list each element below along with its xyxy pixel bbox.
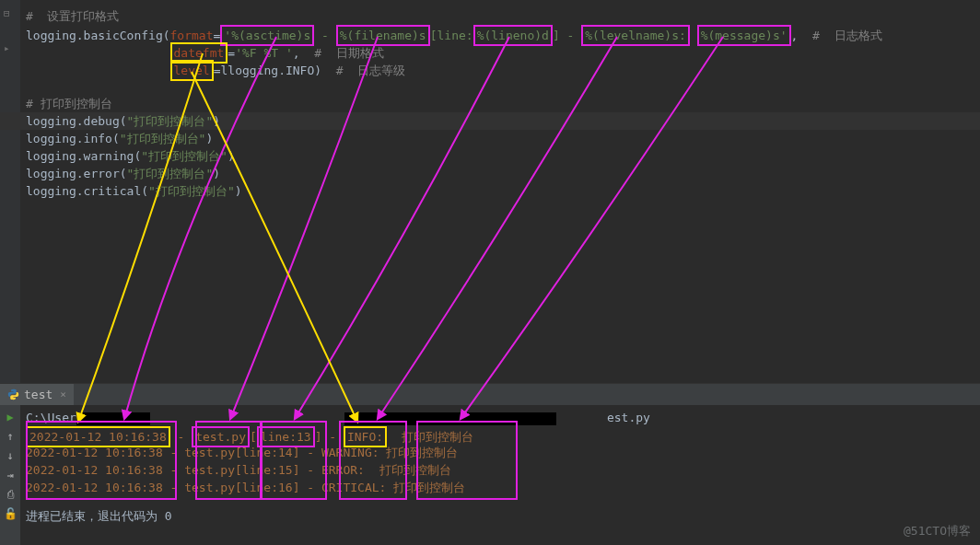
code-line: logging.warning("打印到控制台") [0, 147, 980, 165]
stop-button[interactable]: ↑ [4, 430, 18, 444]
console-line: 2022-01-12 10:16:38 - test.py[line:14] -… [26, 444, 980, 461]
console-line: 2022-01-12 10:16:38 - test.py[line:13] -… [26, 426, 980, 444]
code-line: logging.basicConfig(format='%(asctime)s … [0, 25, 980, 42]
code-line: # 打印到控制台 [0, 95, 980, 112]
code-editor[interactable]: ⊟ ▸ # 设置打印格式 logging.basicConfig(format=… [0, 0, 980, 383]
soft-wrap-button[interactable]: ⇥ [4, 469, 18, 482]
console-panel: ▶ ↑ ↓ ⇥ ⎙ 🔓 C:\User est.py 2022-01-12 10… [0, 405, 980, 545]
watermark: @51CTO博客 [904, 523, 971, 539]
console-output[interactable]: C:\User est.py 2022-01-12 10:16:38 - tes… [0, 405, 980, 525]
code-line [0, 77, 980, 95]
code-line: logging.info("打印到控制台") [0, 130, 980, 147]
console-toolbar: ▶ ↑ ↓ ⇥ ⎙ 🔓 [0, 405, 20, 545]
down-button[interactable]: ↓ [4, 449, 18, 463]
code-line: logging.critical("打印到控制台") [0, 182, 980, 200]
run-tab-bar: test × [0, 383, 980, 405]
run-tab-test[interactable]: test × [0, 384, 74, 405]
code-line: # 设置打印格式 [0, 7, 980, 25]
rerun-button[interactable]: ▶ [4, 411, 18, 424]
console-line: 2022-01-12 10:16:38 - test.py[line:15] -… [26, 461, 980, 479]
scroll-button[interactable]: ⎙ [4, 488, 18, 502]
console-line [26, 496, 980, 507]
tab-label: test [24, 388, 52, 401]
console-exit-line: 进程已结束，退出代码为 0 [26, 507, 980, 525]
close-icon[interactable]: × [60, 388, 66, 400]
code-line: datefmt='%F %T ', # 日期格式 [0, 42, 980, 60]
python-icon [7, 388, 19, 400]
console-line: 2022-01-12 10:16:38 - test.py[line:16] -… [26, 479, 980, 496]
code-line: logging.debug("打印到控制台") [0, 112, 980, 130]
trash-button[interactable]: 🔓 [4, 507, 18, 521]
code-line: level=llogging.INFO) # 日志等级 [0, 60, 980, 77]
code-line: logging.error("打印到控制台") [0, 165, 980, 182]
console-line: C:\User est.py [26, 409, 980, 426]
